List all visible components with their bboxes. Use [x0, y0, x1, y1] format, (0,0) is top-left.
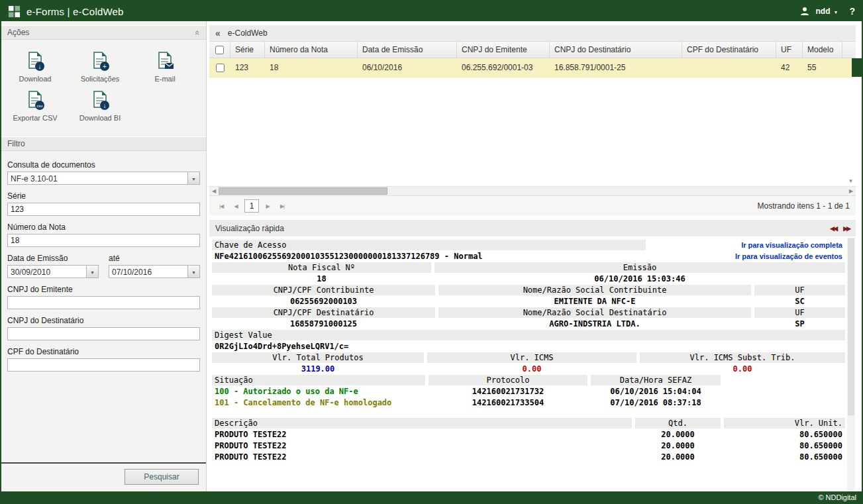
action-download-bi[interactable]: ↓ Download BI — [68, 91, 132, 122]
action-download[interactable]: ↓ Download — [3, 52, 68, 83]
quickview-next-button[interactable]: ▶▶ — [843, 225, 850, 232]
svg-text:+: + — [103, 63, 107, 70]
cnpj-destinatario-label: CNPJ do Destinatário — [7, 316, 200, 325]
cnpj-destinatario-input[interactable] — [7, 327, 200, 340]
numero-label: Número da Nota — [7, 223, 200, 232]
column-header-numero[interactable]: Número da Nota — [265, 42, 358, 58]
produto-descricao: PRODUTO TESTE22 — [212, 429, 632, 440]
sidebar: Ações « ↓ Download — [1, 21, 207, 491]
cell-modelo: 55 — [803, 58, 842, 77]
vlr-icms-label: Vlr. ICMS — [427, 352, 636, 363]
datahora-sefaz-value: 06/10/2016 15:04:04 — [591, 386, 721, 397]
column-header-serie[interactable]: Série — [230, 42, 265, 58]
action-label: Exportar CSV — [13, 114, 57, 122]
pesquisar-button[interactable]: Pesquisar — [125, 469, 199, 485]
consulta-label: Consulta de documentos — [7, 160, 200, 170]
main-panel: « e-ColdWeb Série Número da Nota Data de… — [207, 21, 862, 491]
column-header-cnpj-destinatario[interactable]: CNPJ do Destinatário — [550, 42, 682, 58]
scroll-left-button[interactable]: ◀ — [209, 188, 219, 194]
protocolo-label: Protocolo — [429, 375, 587, 385]
data-fim-dropdown-button[interactable]: ▼ — [187, 266, 199, 277]
actions-title: Ações — [7, 28, 29, 37]
document-download-bi-icon: ↓ — [89, 91, 111, 111]
vertical-scroll-down-button[interactable]: ▼ — [846, 177, 856, 185]
quickview-scroll-thumb[interactable] — [848, 238, 854, 415]
data-emissao-label: Data de Emissão — [7, 254, 99, 263]
consulta-dropdown-button[interactable]: ▼ — [187, 172, 199, 184]
produto-qtd: 20.0000 — [635, 452, 721, 462]
chave-acesso-value: NFe4216100625569200010355123000000018133… — [212, 251, 646, 262]
datahora-sefaz-label: Data/Hora SEFAZ — [591, 375, 721, 385]
horizontal-scroll-track[interactable] — [219, 187, 846, 195]
grid-panel-header: « e-ColdWeb — [209, 25, 856, 41]
data-fim-picker[interactable]: 07/10/2016 ▼ — [109, 265, 200, 278]
app-title: e-Forms | e-ColdWeb — [26, 6, 124, 17]
first-page-button[interactable]: |◀ — [215, 200, 227, 212]
column-header-data-emissao[interactable]: Data de Emissão — [358, 42, 457, 58]
select-all-checkbox[interactable] — [215, 46, 224, 54]
protocolo-value: 142160021731732 — [429, 386, 587, 397]
collapse-actions-icon[interactable]: « — [193, 30, 203, 34]
filter-section-header: Filtro — [1, 136, 206, 151]
previous-page-button[interactable]: ◀ — [230, 200, 242, 212]
action-solicitacoes[interactable]: + Solicitações — [68, 52, 132, 83]
current-page-box[interactable]: 1 — [244, 199, 259, 213]
table-header-row: Série Número da Nota Data de Emissão CNP… — [209, 41, 856, 58]
action-exportar-csv[interactable]: csv Exportar CSV — [3, 91, 68, 122]
svg-text:csv: csv — [37, 104, 43, 108]
nota-fiscal-value: 18 — [212, 274, 431, 284]
action-label: E-mail — [154, 75, 175, 83]
action-label: Download BI — [79, 114, 121, 122]
filter-title: Filtro — [7, 139, 25, 148]
quickview-header: Visualização rápida ◀◀ ▶▶ — [209, 220, 856, 236]
serie-label: Série — [7, 191, 200, 201]
cnpj-emitente-input[interactable] — [7, 296, 200, 309]
data-inicio-picker[interactable]: 30/09/2010 ▼ — [7, 265, 99, 278]
quickview-title: Visualização rápida — [215, 224, 284, 233]
column-header-cnpj-emitente[interactable]: CNPJ do Emitente — [457, 42, 550, 58]
vlr-total-produtos-label: Vlr. Total Produtos — [212, 352, 424, 363]
consulta-value: NF-e 3.10-01 — [8, 172, 187, 184]
column-header-cpf-destinatario[interactable]: CPF do Destinatário — [682, 42, 776, 58]
last-page-button[interactable]: ▶| — [276, 200, 288, 212]
contribuinte-cnpj-value: 06255692000103 — [212, 296, 435, 307]
collapse-sidebar-icon[interactable]: « — [215, 28, 221, 38]
link-visualizacao-eventos[interactable]: Ir para visualização de eventos — [649, 251, 845, 262]
action-email[interactable]: E-mail — [132, 52, 197, 83]
grid-title: e-ColdWeb — [228, 28, 268, 38]
copyright-text: © NDDigital — [818, 493, 856, 501]
datahora-sefaz-value: 07/10/2016 08:37:18 — [591, 397, 721, 408]
next-page-button[interactable]: ▶ — [262, 200, 274, 212]
row-checkbox[interactable] — [216, 64, 225, 72]
table-row[interactable]: 123 18 06/10/2016 06.255.692/0001-03 16.… — [209, 58, 856, 77]
cpf-destinatario-input[interactable] — [7, 358, 200, 372]
vlr-total-produtos-value: 3119.00 — [212, 364, 424, 374]
contribuinte-nome-value: EMITENTE DA NFC-E — [438, 296, 751, 307]
row-status-indicator — [852, 58, 862, 77]
produto-row: PRODUTO TESTE22 20.0000 80.650000 — [212, 440, 845, 451]
data-inicio-dropdown-button[interactable]: ▼ — [86, 266, 98, 277]
serie-input[interactable] — [7, 203, 200, 216]
action-label: Download — [19, 75, 52, 83]
user-menu[interactable]: ndd ▼ — [816, 7, 838, 16]
scroll-right-button[interactable]: ▶ — [846, 188, 856, 194]
help-button[interactable]: ? — [849, 6, 855, 17]
column-header-uf[interactable]: UF — [776, 42, 803, 58]
chevron-down-icon: ▼ — [191, 177, 196, 181]
numero-nota-input[interactable] — [7, 234, 200, 247]
destinatario-uf-value: SP — [754, 319, 845, 329]
cell-cnpj-emitente: 06.255.692/0001-03 — [457, 58, 550, 77]
protocolo-value: 142160021733504 — [429, 397, 587, 408]
horizontal-scroll-thumb[interactable] — [219, 187, 387, 195]
link-visualizacao-completa[interactable]: Ir para visualização completa — [649, 240, 845, 250]
user-icon — [799, 6, 810, 17]
consulta-select[interactable]: NF-e 3.10-01 ▼ — [7, 172, 200, 185]
cell-serie: 123 — [230, 58, 265, 77]
user-name: ndd — [816, 7, 831, 16]
document-download-icon: ↓ — [25, 52, 46, 72]
cell-cnpj-destinatario: 16.858.791/0001-25 — [550, 58, 682, 77]
quickview-scrollbar[interactable] — [847, 238, 855, 490]
column-header-modelo[interactable]: Modelo — [803, 42, 842, 58]
destinatario-cnpj-value: 16858791000125 — [212, 319, 435, 329]
quickview-previous-button[interactable]: ◀◀ — [830, 225, 837, 232]
